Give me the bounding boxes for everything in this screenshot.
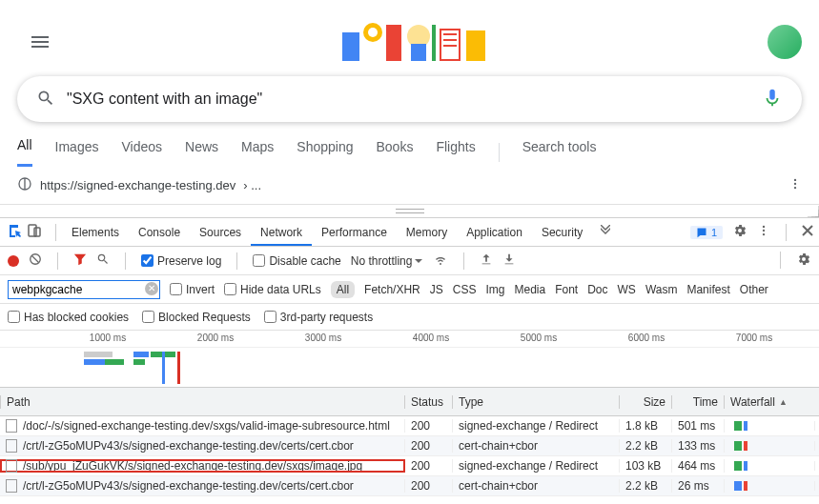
sort-arrow-icon: ▲ [779, 397, 788, 407]
type-filter-media[interactable]: Media [514, 283, 545, 296]
filter-icon[interactable] [73, 252, 87, 269]
tab-flights[interactable]: Flights [436, 139, 475, 166]
type-filter-wasm[interactable]: Wasm [645, 283, 678, 296]
invert-checkbox[interactable]: Invert [170, 283, 215, 296]
avatar[interactable] [768, 25, 802, 59]
blocked-requests-checkbox[interactable]: Blocked Requests [142, 311, 251, 324]
type-filter-manifest[interactable]: Manifest [686, 283, 729, 296]
panel-elements[interactable]: Elements [62, 219, 129, 246]
search-tools[interactable]: Search tools [522, 139, 597, 166]
device-icon[interactable] [27, 223, 42, 241]
devtools-drag-handle[interactable] [0, 204, 819, 217]
tab-maps[interactable]: Maps [241, 139, 274, 166]
svg-point-18 [763, 226, 765, 228]
settings-icon[interactable] [732, 223, 747, 241]
result-more-icon[interactable] [788, 177, 802, 193]
third-party-checkbox[interactable]: 3rd-party requests [264, 311, 373, 324]
network-conditions-icon[interactable] [433, 252, 448, 270]
type-filter-img[interactable]: Img [485, 283, 504, 296]
panel-performance[interactable]: Performance [312, 219, 397, 246]
download-har-icon[interactable] [502, 252, 516, 269]
tab-news[interactable]: News [185, 139, 218, 166]
panel-security[interactable]: Security [532, 219, 592, 246]
menu-button[interactable] [17, 19, 63, 65]
panel-memory[interactable]: Memory [397, 219, 457, 246]
table-row[interactable]: /crt/l-zG5oMUPv43/s/signed-exchange-test… [0, 476, 819, 496]
svg-rect-16 [29, 225, 36, 236]
blocked-cookies-checkbox[interactable]: Has blocked cookies [8, 311, 129, 324]
search-box [17, 76, 802, 122]
network-filter-bar: ✕ Invert Hide data URLs AllFetch/XHRJSCS… [0, 275, 819, 304]
panel-network[interactable]: Network [251, 219, 312, 246]
result-url: https://signed-exchange-testing.dev [40, 178, 235, 192]
col-time[interactable]: Time [672, 395, 725, 409]
type-filter-doc[interactable]: Doc [587, 283, 607, 296]
globe-icon [17, 176, 32, 194]
more-icon[interactable] [757, 224, 770, 240]
panel-console[interactable]: Console [129, 219, 190, 246]
svg-rect-6 [432, 25, 436, 61]
svg-point-14 [794, 183, 796, 185]
type-filter-other[interactable]: Other [740, 283, 768, 296]
col-waterfall[interactable]: Waterfall▲ [725, 395, 815, 409]
search-network-icon[interactable] [96, 252, 110, 269]
disable-cache-checkbox[interactable]: Disable cache [253, 254, 340, 268]
google-logo [63, 15, 768, 69]
search-icon [36, 89, 55, 111]
issues-badge[interactable]: 1 [690, 226, 723, 239]
mic-icon[interactable] [762, 88, 783, 111]
record-button[interactable] [8, 255, 19, 267]
file-icon [6, 419, 17, 433]
close-devtools-icon[interactable] [802, 225, 813, 239]
upload-har-icon[interactable] [480, 252, 493, 269]
col-size[interactable]: Size [620, 395, 672, 409]
clear-button[interactable] [29, 252, 42, 269]
file-icon [6, 459, 17, 473]
tab-videos[interactable]: Videos [121, 139, 162, 166]
svg-rect-0 [342, 32, 359, 61]
file-icon [6, 439, 17, 453]
svg-point-20 [763, 233, 765, 235]
filter-input[interactable] [8, 280, 160, 299]
tab-images[interactable]: Images [55, 139, 99, 166]
svg-rect-5 [411, 44, 426, 61]
type-filter-ws[interactable]: WS [618, 283, 636, 296]
hide-data-urls-checkbox[interactable]: Hide data URLs [224, 283, 321, 296]
tab-books[interactable]: Books [376, 139, 413, 166]
throttling-select[interactable]: No throttling [351, 254, 424, 268]
panel-sources[interactable]: Sources [190, 219, 251, 246]
svg-rect-17 [34, 228, 40, 236]
col-type[interactable]: Type [453, 395, 620, 409]
clear-filter-icon[interactable]: ✕ [145, 282, 158, 295]
network-table: Path Status Type Size Time Waterfall▲ /d… [0, 388, 819, 496]
preserve-log-checkbox[interactable]: Preserve log [141, 254, 221, 268]
type-filter-css[interactable]: CSS [453, 283, 477, 296]
svg-point-15 [794, 187, 796, 189]
search-input[interactable] [67, 91, 750, 108]
tab-all[interactable]: All [17, 137, 32, 167]
file-icon [6, 479, 17, 493]
table-row[interactable]: /doc/-/s/signed-exchange-testing.dev/sxg… [0, 416, 819, 436]
tab-shopping[interactable]: Shopping [297, 139, 353, 166]
col-status[interactable]: Status [405, 395, 453, 409]
type-filter-all[interactable]: All [331, 281, 355, 298]
table-row[interactable]: /sub/ypu_jZuGukVK/s/signed-exchange-test… [0, 456, 819, 476]
search-result[interactable]: https://signed-exchange-testing.dev › ..… [0, 167, 819, 204]
more-tabs-icon[interactable] [592, 225, 619, 239]
network-filter-bar-2: Has blocked cookies Blocked Requests 3rd… [0, 304, 819, 331]
network-timeline[interactable]: 1000 ms2000 ms3000 ms4000 ms5000 ms6000 … [0, 331, 819, 388]
devtools-tabs: ElementsConsoleSourcesNetworkPerformance… [0, 218, 819, 247]
col-path[interactable]: Path [0, 395, 405, 409]
svg-rect-3 [386, 25, 401, 61]
svg-point-13 [794, 179, 796, 181]
inspect-icon[interactable] [8, 223, 23, 241]
type-filter-font[interactable]: Font [555, 283, 578, 296]
network-settings-icon[interactable] [796, 252, 811, 270]
type-filter-fetch-xhr[interactable]: Fetch/XHR [364, 283, 420, 296]
svg-point-2 [368, 28, 378, 37]
table-row[interactable]: /crt/l-zG5oMUPv43/s/signed-exchange-test… [0, 436, 819, 456]
panel-application[interactable]: Application [457, 219, 532, 246]
search-tabs: AllImagesVideosNewsMapsShoppingBooksFlig… [0, 122, 819, 167]
type-filter-js[interactable]: JS [430, 283, 443, 296]
svg-rect-12 [466, 30, 485, 61]
